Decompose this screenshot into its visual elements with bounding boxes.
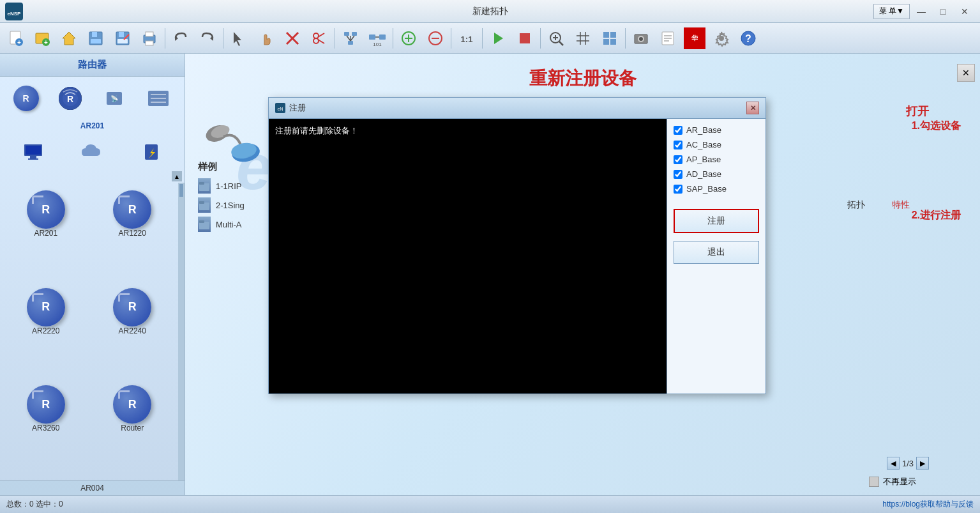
svg-text:📡: 📡	[110, 95, 119, 103]
svg-text:1:1: 1:1	[461, 34, 473, 44]
help-button[interactable]: ?	[735, 26, 761, 50]
scrollbar-thumb[interactable]	[179, 184, 183, 197]
checkbox-ac-base[interactable]: AC_Base	[674, 140, 759, 149]
checkbox-sap-base[interactable]: SAP_Base	[674, 184, 759, 194]
svg-rect-81	[28, 158, 38, 160]
save-button[interactable]	[83, 26, 109, 50]
status-bar: 总数：0 选中：0 https://blog获取帮助与反馈	[0, 495, 980, 513]
grid-icon	[574, 29, 592, 47]
zoom-fit-button[interactable]: 1:1	[454, 26, 479, 50]
cursor-button[interactable]	[226, 26, 252, 50]
register-action-button[interactable]: 注册	[674, 209, 759, 233]
separator-7	[540, 28, 541, 49]
undo-button[interactable]	[168, 26, 193, 50]
device-item-ar1220[interactable]: R AR1220	[92, 188, 174, 280]
start-button[interactable]	[485, 26, 511, 50]
router-label: Router	[121, 424, 144, 433]
canvas-area[interactable]: 重新注册设备 eNSP ✕ 样例	[185, 54, 980, 495]
device-item-ar201[interactable]: R AR201	[5, 188, 87, 280]
sidebar-wifi-icon[interactable]: R	[49, 82, 91, 115]
sidebar-switch-icon[interactable]	[138, 82, 179, 115]
sidebar-scrollbar[interactable]	[178, 183, 185, 480]
minimize-button[interactable]: —	[911, 4, 931, 19]
separator-2	[223, 28, 223, 49]
checkbox-ar-base[interactable]: AR_Base	[674, 125, 759, 135]
sidebar-monitor-icon[interactable]	[5, 137, 61, 167]
grid-button[interactable]	[570, 26, 596, 50]
sap-base-checkbox[interactable]	[674, 185, 682, 194]
sample-item-0[interactable]: 1-1RIP	[198, 178, 245, 194]
open-file-button[interactable]: +	[29, 26, 55, 50]
checkbox-ad-base[interactable]: AD_Base	[674, 169, 759, 179]
svg-rect-79	[26, 146, 41, 155]
scroll-up-arrow[interactable]: ▲	[172, 171, 182, 181]
wifi-icon-img: R	[56, 84, 84, 112]
maximize-button[interactable]: □	[933, 4, 953, 19]
notes-icon	[659, 29, 677, 47]
sidebar-ar-icon[interactable]: R	[5, 82, 47, 115]
settings-button[interactable]	[709, 26, 734, 50]
print-button[interactable]	[137, 26, 162, 50]
register-right-panel: AR_Base AC_Base AP_Base AD_Base	[667, 119, 765, 394]
menu-button[interactable]: 菜 单▼	[873, 4, 910, 19]
ap-base-checkbox[interactable]	[674, 155, 682, 164]
new-file-button[interactable]: +	[3, 26, 28, 50]
sidebar-bolt-icon[interactable]	[123, 137, 179, 167]
layout-button[interactable]	[597, 26, 622, 50]
svg-rect-10	[92, 32, 97, 37]
ar-base-checkbox[interactable]	[674, 126, 682, 135]
stop-button[interactable]	[512, 26, 538, 50]
no-show-area: 不再显示	[869, 476, 916, 487]
device-item-ar3260[interactable]: R AR3260	[5, 383, 87, 475]
hand-button[interactable]	[253, 26, 278, 50]
register-close-button[interactable]: ✕	[746, 102, 759, 114]
page-prev-button[interactable]: ◀	[887, 457, 900, 470]
device-manager-icon: 101	[367, 29, 388, 47]
ar-router-icon: R	[13, 86, 39, 111]
svg-text:+: +	[44, 39, 48, 46]
page-next-button[interactable]: ▶	[916, 457, 929, 470]
sample-folder-icon-2	[198, 217, 211, 232]
device-item-router[interactable]: R Router	[92, 383, 174, 475]
checkbox-ap-base[interactable]: AP_Base	[674, 155, 759, 164]
notes-button[interactable]	[655, 26, 681, 50]
sidebar-cloud-icon[interactable]	[64, 137, 120, 167]
svg-rect-55	[610, 32, 616, 38]
title-bar: eNSP 新建拓扑 菜 单▼ — □ ✕	[0, 0, 980, 23]
outer-close-button[interactable]: ✕	[957, 64, 975, 82]
stop-icon	[516, 29, 534, 47]
device-manager-button[interactable]: 101	[365, 26, 390, 50]
ar3260-icon: R	[27, 385, 65, 424]
device-list-area: R AR201 R AR1220 R AR2220 R AR2240 R A	[0, 183, 185, 480]
topology-button[interactable]	[338, 26, 363, 50]
no-show-checkbox[interactable]	[869, 477, 879, 487]
annotation-open-label: 打开	[906, 105, 929, 118]
save-as-button[interactable]	[110, 26, 135, 50]
zoom-in-button[interactable]	[543, 26, 569, 50]
sample-name-0: 1-1RIP	[216, 181, 241, 191]
svg-rect-18	[146, 41, 153, 45]
ac-base-label: AC_Base	[686, 140, 721, 149]
capture-button[interactable]	[628, 26, 654, 50]
sample-item-2[interactable]: Multi-A	[198, 217, 245, 232]
redo-button[interactable]	[195, 26, 220, 50]
ad-base-checkbox[interactable]	[674, 170, 682, 179]
ar1220-icon: R	[113, 190, 151, 229]
device-item-ar2240[interactable]: R AR2240	[92, 286, 174, 378]
ac-base-checkbox[interactable]	[674, 141, 682, 149]
svg-rect-89	[199, 182, 204, 185]
close-button[interactable]: ✕	[954, 4, 975, 19]
remove-device-button[interactable]	[423, 26, 448, 50]
home-button[interactable]	[56, 26, 82, 50]
device-item-ar2220[interactable]: R AR2220	[5, 286, 87, 378]
svg-rect-56	[603, 39, 609, 45]
scissors-button[interactable]	[306, 26, 332, 50]
device-type-label: AR201	[0, 120, 185, 134]
svg-rect-30	[348, 41, 353, 45]
delete-button[interactable]	[280, 26, 305, 50]
huawei-button[interactable]: 华	[682, 26, 707, 50]
add-device-button[interactable]	[396, 26, 421, 50]
sidebar-wireless-icon[interactable]: 📡	[94, 82, 135, 115]
exit-button[interactable]: 退出	[674, 241, 759, 264]
sample-item-1[interactable]: 2-1Sing	[198, 197, 245, 213]
